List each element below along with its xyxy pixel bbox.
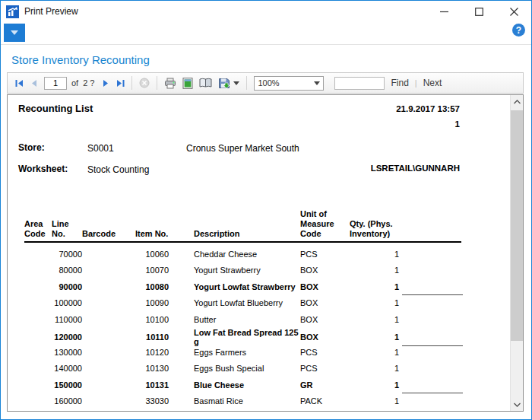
current-page-input[interactable] <box>44 77 67 90</box>
find-next-button[interactable]: Next <box>423 78 442 88</box>
cell-description: Eggs Bush Special <box>194 364 300 373</box>
help-icon: ? <box>516 25 521 36</box>
cell-item-no: 10130 <box>135 364 194 373</box>
table-header-row: Area Code Line No. Barcode Item No. Desc… <box>24 209 510 239</box>
cell-description: Low Fat Bread Spread 125 g <box>194 328 300 346</box>
cell-uom: BOX <box>300 282 350 291</box>
actions-dropdown-button[interactable] <box>4 24 25 42</box>
scroll-down-button[interactable] <box>511 398 524 411</box>
cell-count-line <box>399 246 464 262</box>
table-row: 90000 10080 Yogurt Lowfat Strawberry BOX… <box>24 278 510 295</box>
col-header-line-no: Line No. <box>52 219 82 239</box>
cell-qty: 1 <box>350 380 399 390</box>
cell-count-line <box>399 311 464 328</box>
cell-count-line <box>399 278 464 295</box>
first-page-button[interactable] <box>12 78 27 89</box>
cell-line-no: 90000 <box>52 282 82 291</box>
zoom-select[interactable]: 100% <box>254 76 324 91</box>
vertical-scrollbar[interactable] <box>510 95 523 411</box>
next-page-button[interactable] <box>99 78 113 89</box>
cell-line-no: 100000 <box>52 298 82 307</box>
total-pages-label: 2 ? <box>83 78 94 88</box>
cancel-rendering-button[interactable] <box>136 76 153 90</box>
col-header-uom: Unit of Measure Code <box>300 209 350 239</box>
table-body: 70000 10060 Cheddar Cheese PCS 1 80000 1… <box>8 246 510 409</box>
recounting-table: Area Code Line No. Barcode Item No. Desc… <box>8 209 510 409</box>
table-row: 150000 10131 Blue Cheese GR 1 <box>24 377 510 393</box>
cell-qty: 1 <box>350 332 399 342</box>
table-row: 120000 10110 Low Fat Bread Spread 125 g … <box>24 328 510 345</box>
table-row: 160000 33030 Basmati Rice PACK 1 <box>24 393 510 410</box>
previous-page-button[interactable] <box>27 78 41 89</box>
table-row: 130000 10120 Eggs Farmers PCS 1 <box>24 344 510 361</box>
table-row: 100000 10090 Yogurt Lowfat Blueberry BOX… <box>24 295 510 312</box>
cell-description: Yogurt Lowfat Blueberry <box>194 298 300 307</box>
cell-count-line <box>399 377 464 393</box>
store-code: S0001 <box>87 143 114 154</box>
cell-description: Yogurt Lowfat Strawberry <box>194 282 300 291</box>
report-datetime: 21.9.2017 13:57 <box>396 104 460 113</box>
cell-uom: GR <box>300 380 350 390</box>
export-dropdown-caret-icon <box>233 81 239 85</box>
last-page-button[interactable] <box>113 78 128 89</box>
cell-uom: PCS <box>300 364 350 373</box>
cell-item-no: 10131 <box>135 380 194 390</box>
toolbar-separator <box>246 76 247 90</box>
cell-uom: PCS <box>300 250 350 259</box>
report-viewer-toolbar: of 2 ? <box>7 72 524 94</box>
cell-line-no: 160000 <box>52 396 82 406</box>
report-preview-pane: Recounting List 21.9.2017 13:57 1 Store:… <box>7 94 524 412</box>
cell-uom: BOX <box>300 332 350 342</box>
cell-count-line <box>399 262 464 279</box>
cell-uom: BOX <box>300 315 350 324</box>
export-button[interactable] <box>215 76 242 91</box>
zoom-caret-icon <box>314 81 320 85</box>
cell-line-no: 120000 <box>52 332 82 342</box>
cell-item-no: 10090 <box>135 298 194 307</box>
page-title: Store Inventory Recounting <box>1 45 531 71</box>
maximize-button[interactable] <box>461 1 496 22</box>
cell-qty: 1 <box>350 364 399 373</box>
col-header-description: Description <box>194 229 300 239</box>
toolbar-separator <box>131 76 132 90</box>
close-button[interactable] <box>496 1 531 22</box>
table-header-rule <box>24 241 461 243</box>
store-label: Store: <box>18 142 45 153</box>
page-setup-button[interactable] <box>196 76 215 90</box>
menu-strip: ? <box>1 22 531 45</box>
cell-item-no: 10080 <box>135 282 194 291</box>
cell-qty: 1 <box>350 298 399 307</box>
minimize-button[interactable] <box>426 1 461 22</box>
col-header-barcode: Barcode <box>82 229 135 239</box>
find-text-input[interactable] <box>334 77 385 90</box>
cell-description: Yogurt Strawberry <box>194 266 300 275</box>
user-id: LSRETAIL\GUNNARH <box>371 164 460 173</box>
toolbar-separator <box>157 76 157 90</box>
cell-line-no: 70000 <box>52 250 82 259</box>
cell-count-line <box>399 361 464 377</box>
scroll-up-button[interactable] <box>511 95 524 108</box>
cell-item-no: 10060 <box>135 250 194 259</box>
cell-uom: PCS <box>300 348 350 357</box>
cell-item-no: 33030 <box>135 396 194 406</box>
table-row: 140000 10130 Eggs Bush Special PCS 1 <box>24 361 510 377</box>
table-row: 70000 10060 Cheddar Cheese PCS 1 <box>24 246 510 262</box>
cell-count-line <box>399 328 464 346</box>
scrollbar-thumb[interactable] <box>511 110 524 341</box>
col-header-item-no: Item No. <box>135 229 194 239</box>
report-app-icon <box>6 5 19 18</box>
help-button[interactable]: ? <box>512 24 525 37</box>
title-bar: Print Preview <box>1 1 531 22</box>
cell-uom: BOX <box>300 298 350 307</box>
cell-line-no: 80000 <box>52 266 82 275</box>
store-name: Cronus Super Market South <box>186 143 299 154</box>
of-label: of <box>71 78 78 88</box>
cell-line-no: 150000 <box>52 380 82 390</box>
window-controls <box>426 1 531 22</box>
print-button[interactable] <box>161 76 179 91</box>
find-button[interactable]: Find <box>391 78 408 88</box>
print-layout-button[interactable] <box>179 76 196 91</box>
cell-qty: 1 <box>350 348 399 357</box>
find-next-separator: | <box>415 78 417 88</box>
table-row: 110000 10100 Butter BOX 1 <box>24 311 510 328</box>
